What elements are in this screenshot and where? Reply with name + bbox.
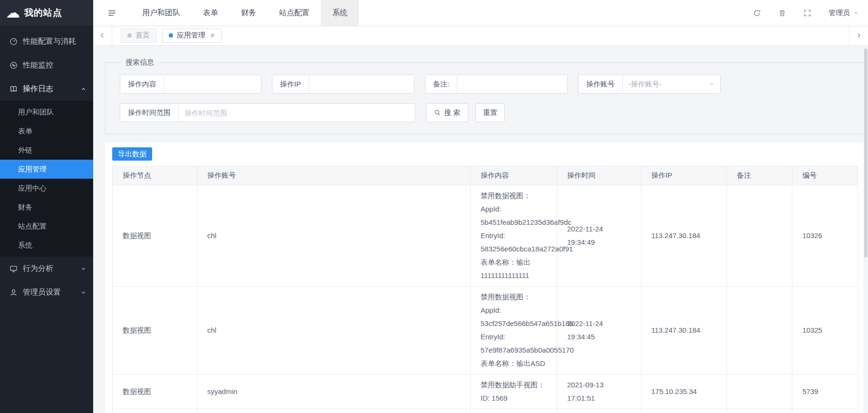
cloud-logo-icon: ☁ (6, 6, 20, 20)
operation-log-submenu: 用户和团队 表单 外链 应用管理 应用中心 财务 站点配置 系统 (0, 101, 93, 257)
sidebar-item-behavior-analysis[interactable]: 行为分析 (0, 257, 93, 280)
topnav-tab[interactable]: 用户和团队 (131, 0, 192, 26)
cell-remark (727, 287, 792, 375)
cell-operation-ip: 175.10.235.34 (641, 409, 727, 413)
sidebar-item-label: 管理员设置 (23, 288, 75, 298)
site-logo[interactable]: ☁ 我的站点 (0, 0, 93, 26)
sidebar-item-performance-monitor[interactable]: 性能监控 (0, 53, 93, 77)
table-header-row: 操作节点 操作账号 操作内容 操作时间 操作IP 备注 (113, 166, 858, 185)
table-row[interactable]: 数据视图 syyadmin 禁用数据助手视图： ID: 1569 2021-09… (113, 409, 858, 413)
site-title: 我的站点 (24, 7, 62, 19)
operation-account-select[interactable]: -操作账号- (623, 75, 720, 93)
sidebar-subitem[interactable]: 外链 (0, 141, 93, 160)
fullscreen-icon[interactable] (803, 9, 811, 17)
sidebar-subitem[interactable]: 系统 (0, 236, 93, 255)
user-name: 管理员 (829, 9, 850, 18)
export-data-button[interactable]: 导出数据 (112, 147, 152, 161)
operation-account-field: 操作账号 -操作账号- (578, 75, 721, 94)
page-tabbar: 首页 应用管理 × (93, 26, 868, 46)
table-header-cell: 操作内容 (471, 166, 557, 185)
cell-operation-account: chl (197, 287, 471, 375)
tab-dot-icon (127, 33, 132, 38)
chevron-down-icon (853, 10, 858, 16)
table-row[interactable]: 数据视图 chl 禁用数据视图： AppId: 5b451feab9b21235… (113, 185, 858, 287)
table-row[interactable]: 数据视图 chl 禁用数据视图： AppId: 53cf257de566b547… (113, 287, 858, 375)
sidebar: ☁ 我的站点 性能配置与消耗 性能监控 操作日志 用户和团队 (0, 0, 93, 413)
cell-operation-ip: 113.247.30.184 (641, 287, 727, 375)
cell-id: 5739 (792, 375, 858, 409)
table-header-cell: 备注 (727, 166, 792, 185)
cell-id: 10325 (792, 287, 858, 375)
screen-icon (10, 265, 18, 273)
page-content: 搜索信息 操作内容 操作IP 备注: 操作账号 (93, 46, 868, 413)
pulse-icon (10, 61, 18, 69)
search-row-1: 操作内容 操作IP 备注: 操作账号 -操作账号- (120, 75, 850, 94)
tabs-scroll-left-icon[interactable] (93, 26, 112, 45)
operation-log-table: 操作节点 操作账号 操作内容 操作时间 操作IP 备注 (112, 166, 858, 413)
table-header-cell: 操作节点 (113, 166, 197, 185)
main-area: 用户和团队 表单 财务 站点配置 系统 (93, 0, 868, 413)
page-tab[interactable]: 首页 (121, 29, 156, 43)
operation-ip-label: 操作IP (272, 75, 309, 93)
cell-remark (727, 375, 792, 409)
tab-close-icon[interactable]: × (210, 31, 215, 39)
cell-operation-node: 数据视图 (113, 287, 197, 375)
refresh-icon[interactable] (753, 9, 761, 17)
table-header-cell: 操作IP (641, 166, 727, 185)
topnav-tab[interactable]: 财务 (230, 0, 268, 26)
chevron-down-icon (709, 81, 714, 87)
topnav-tab[interactable]: 表单 (192, 0, 230, 26)
search-button[interactable]: 搜 索 (426, 103, 468, 122)
cell-operation-time: 2021-09-13 17:01:51 (557, 375, 641, 409)
operation-account-value: -操作账号- (628, 80, 662, 89)
topnav-tab[interactable]: 系统 (321, 0, 359, 26)
tab-dot-icon (169, 33, 173, 38)
scrollbar-thumb[interactable] (864, 48, 868, 258)
navbar-actions: 管理员 (753, 9, 868, 18)
operation-ip-input[interactable] (309, 75, 414, 93)
cell-operation-time: 2021-09-13 17:01:49 (557, 409, 641, 413)
cell-operation-content: 禁用数据助手视图： ID: 1569 (471, 409, 557, 413)
time-range-field: 操作时间范围 (120, 103, 415, 122)
search-panel: 搜索信息 操作内容 操作IP 备注: 操作账号 (105, 58, 865, 134)
cell-operation-node: 数据视图 (113, 185, 197, 287)
cell-operation-account: syyadmin (197, 409, 471, 413)
operation-account-label: 操作账号 (579, 75, 623, 93)
tabs-scroll-right-icon[interactable] (849, 26, 868, 45)
menu-icon[interactable] (107, 9, 116, 18)
search-icon (434, 109, 441, 116)
sidebar-subitem[interactable]: 应用中心 (0, 179, 93, 198)
sidebar-subitem[interactable]: 表单 (0, 122, 93, 141)
sidebar-item-label: 性能监控 (23, 60, 87, 70)
page-tab[interactable]: 应用管理 × (162, 29, 222, 43)
operation-content-input[interactable] (164, 75, 261, 93)
sidebar-subitem[interactable]: 应用管理 (0, 160, 93, 179)
sidebar-subitem[interactable]: 财务 (0, 198, 93, 217)
sidebar-item-admin-settings[interactable]: 管理员设置 (0, 280, 93, 304)
cell-operation-ip: 175.10.235.34 (641, 375, 727, 409)
table-header-cell: 操作时间 (557, 166, 641, 185)
sidebar-subitem[interactable]: 用户和团队 (0, 103, 93, 122)
cell-operation-content: 禁用数据视图： AppId: 53cf257de566b547a651b18b … (471, 287, 557, 375)
cell-id: 10326 (792, 185, 858, 287)
sidebar-item-operation-log[interactable]: 操作日志 (0, 77, 93, 101)
operation-content-label: 操作内容 (120, 75, 164, 93)
operation-content-field: 操作内容 (120, 75, 261, 94)
person-icon (10, 288, 18, 297)
topnav-tab[interactable]: 站点配置 (268, 0, 321, 26)
table-header-cell: 操作账号 (197, 166, 471, 185)
cell-operation-account: syyadmin (197, 375, 471, 409)
remark-input[interactable] (457, 75, 567, 93)
table-row[interactable]: 数据视图 syyadmin 禁用数据助手视图： ID: 1569 2021-09… (113, 375, 858, 409)
search-panel-title: 搜索信息 (122, 58, 158, 67)
trash-icon[interactable] (778, 9, 786, 17)
cell-operation-content: 禁用数据助手视图： ID: 1569 (471, 375, 557, 409)
sidebar-item-performance-config[interactable]: 性能配置与消耗 (0, 29, 93, 53)
user-menu[interactable]: 管理员 (829, 9, 858, 18)
time-range-input[interactable] (179, 104, 415, 122)
app-root: ☁ 我的站点 性能配置与消耗 性能监控 操作日志 用户和团队 (0, 0, 868, 413)
scrollbar[interactable] (864, 26, 868, 413)
tab-label: 首页 (135, 31, 150, 40)
reset-button[interactable]: 重置 (475, 103, 505, 122)
sidebar-subitem[interactable]: 站点配置 (0, 217, 93, 236)
